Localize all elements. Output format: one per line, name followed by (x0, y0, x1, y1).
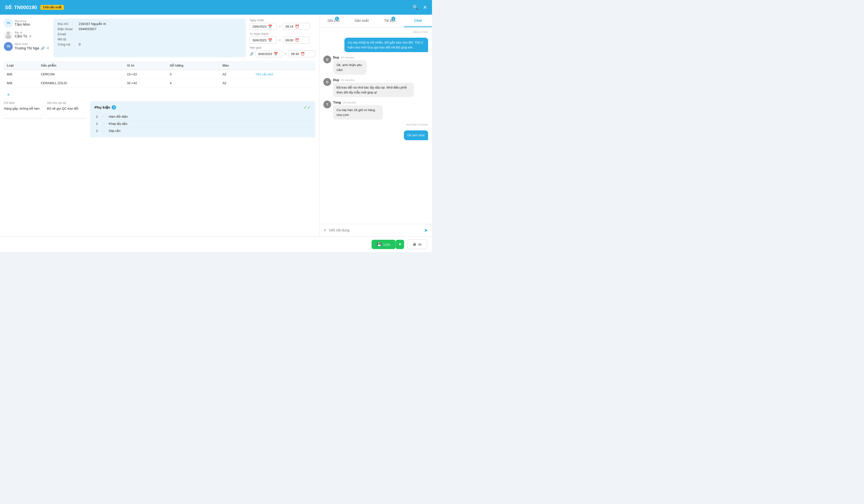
delivery-date-value: 30/6/2023 (258, 52, 272, 56)
chat-avatar: T (323, 100, 331, 108)
calendar-icon-2[interactable]: 📅 (268, 38, 272, 42)
chat-send-button[interactable]: ➤ (424, 227, 428, 233)
accessory-name: Khay lấy dấu (109, 122, 128, 125)
chat-timestamp: about 1 hour (323, 30, 428, 33)
calendar-icon-3[interactable]: 📅 (274, 52, 278, 56)
doctor-clear-icon[interactable]: ✕ (29, 34, 32, 39)
received-date-value: 29/6/2023 (252, 25, 266, 28)
chat-attach-button[interactable]: + (323, 227, 326, 233)
accessory-name: Sáp cắn (109, 129, 120, 133)
save-label: Lưu (384, 242, 390, 247)
accessory-item: 1 — Sáp cắn (95, 127, 311, 134)
tab-sản-xuất[interactable]: Sản xuất (348, 15, 376, 27)
col-position: Vị trí (124, 61, 167, 70)
complete-row: 30/6/2023 📅 ✕ 09:00 ⏰ (250, 37, 315, 44)
received-time-input[interactable]: 09:14 ⏰ (283, 23, 310, 30)
chat-message-group: D Duy 31 minutes Đã trao đổi và nhờ bác … (323, 78, 428, 97)
doctor-name: Cẩm Tú (15, 34, 27, 38)
header: Số: TN000190 Chờ sản xuất 🔍 ✕ (0, 0, 432, 15)
save-dropdown-button[interactable]: ▼ (396, 240, 404, 249)
row-action (253, 79, 315, 88)
chat-content: Duy 31 minutes Đã trao đổi và nhờ bác lấ… (333, 78, 428, 97)
chat-content: Tùng 25 minutes Ca này hẹn 16 giờ có hàn… (333, 100, 391, 120)
chat-sender: Tùng (333, 100, 341, 104)
trial-button[interactable]: Yêu cầu thử (255, 72, 273, 76)
delivery-link-icon: 🔗 (250, 52, 254, 56)
clock-icon-2[interactable]: ⏰ (295, 38, 299, 42)
received-date-clear[interactable]: ✕ (278, 24, 281, 29)
doctor-info: Bác sĩ Cẩm Tú ✕ (15, 31, 32, 39)
clock-icon[interactable]: ⏰ (295, 24, 299, 28)
delivery-date-clear[interactable]: ✕ (284, 52, 287, 56)
accessory-divider: — (102, 129, 106, 133)
internal-note-label: Ghi chú nội bộ (47, 101, 86, 105)
dentist-name: Tầm Nhìn (15, 23, 30, 26)
accessory-qty: 1 (95, 115, 99, 119)
print-icon: 🖶 (413, 242, 416, 246)
instruction-label: Chỉ định (4, 101, 43, 105)
row-position: 32->42 (124, 79, 167, 88)
page-title: Số: TN000190 (5, 4, 37, 10)
desc-row: Mô tả: (58, 37, 241, 41)
received-date-input[interactable]: 29/6/2023 📅 (250, 23, 277, 30)
calendar-icon[interactable]: 📅 (268, 24, 272, 28)
row-product: CERAMILL ZOLID (38, 79, 124, 88)
patient-link-icon[interactable]: 🔗 (41, 46, 45, 50)
search-icon[interactable]: 🔍 (412, 4, 419, 10)
row-color: A2 (219, 70, 253, 79)
patient-name: Trương Thị Nga (15, 46, 39, 50)
delivery-time-input[interactable]: 09:30 ⏰ (288, 50, 315, 57)
add-row-button[interactable]: + (4, 90, 315, 99)
patient-info: Bệnh nhân Trương Thị Nga 🔗 ✕ (15, 42, 49, 50)
chat-input-row: + ➤ (320, 224, 432, 236)
phone-row: Điện thoại: 0344015917 (58, 27, 241, 31)
accessory-item: 1 — Khay lấy dấu (95, 120, 311, 127)
complete-time-value: 09:00 (285, 38, 293, 42)
save-button[interactable]: 💾 Lưu (372, 240, 396, 249)
chat-bubble-left: Ok, anh nhận yêu cầu! (333, 60, 367, 75)
debt-row: Công nợ: 0 (58, 42, 241, 46)
accessory-divider: — (102, 114, 106, 119)
patient-clear-icon[interactable]: ✕ (46, 46, 49, 50)
delivery-time-value: 09:30 (291, 52, 299, 56)
col-qty: Số lượng (167, 61, 219, 70)
table-row: Mới CERCON 13->22 5 A2 Yêu cầu thử (4, 70, 315, 79)
chat-timestamp: less than a minute (323, 123, 428, 126)
top-info: TN Nha khoa Tầm Nhìn Bác sĩ (4, 19, 315, 57)
tab-badge: 5 (335, 17, 339, 21)
svg-text:TN: TN (7, 22, 10, 24)
footer: 💾 Lưu ▼ 🖶 In (0, 236, 432, 252)
tab-tài-liệu[interactable]: 1Tài liệu (376, 15, 404, 27)
chat-avatar: D (323, 56, 331, 63)
chat-time: 25 minutes (343, 101, 356, 104)
main-content: TN Nha khoa Tầm Nhìn Bác sĩ (0, 15, 432, 236)
internal-note-col: Ghi chú nội bộ BS sẽ gọi QC trao đổi (47, 101, 86, 137)
email-row: Email: (58, 32, 241, 36)
row-action[interactable]: Yêu cầu thử (253, 70, 315, 79)
tab-ghi-chú[interactable]: 5Ghi chú (320, 15, 348, 27)
check-list-icon[interactable]: ✓✓ (303, 105, 311, 110)
tab-chat[interactable]: Chat (404, 15, 432, 27)
row-qty: 5 (167, 70, 219, 79)
print-button[interactable]: 🖶 In (407, 239, 427, 249)
svg-point-3 (5, 35, 11, 39)
chat-avatar: D (323, 78, 331, 86)
chat-message-group: T Tùng 25 minutes Ca này hẹn 16 giờ có h… (323, 100, 428, 120)
accessory-item: 1 — Hàm đối diện (95, 113, 311, 120)
dentist-info: Nha khoa Tầm Nhìn (15, 20, 30, 26)
chat-sender: Duy (333, 78, 339, 82)
patient-item: TN Bệnh nhân Trương Thị Nga 🔗 ✕ (4, 42, 49, 51)
delivery-date-input[interactable]: 30/6/2023 📅 (255, 50, 282, 57)
complete-time-input[interactable]: 09:00 ⏰ (283, 37, 310, 44)
internal-note-value: BS sẽ gọi QC trao đổi (47, 107, 86, 110)
clock-icon-3[interactable]: ⏰ (301, 52, 305, 56)
accessories-box: Phụ kiện 3 ✓✓ 1 — Hàm đối diện 1 — Khay … (90, 101, 315, 137)
chat-sender: Duy (333, 56, 339, 59)
close-icon[interactable]: ✕ (423, 4, 427, 10)
col-type: Loại (4, 61, 38, 70)
complete-date-clear[interactable]: ✕ (278, 38, 281, 42)
accessories-title: Phụ kiện (95, 105, 110, 110)
patient-label: Bệnh nhân (15, 42, 49, 46)
chat-input[interactable] (329, 228, 421, 232)
complete-date-input[interactable]: 30/6/2023 📅 (250, 37, 277, 44)
